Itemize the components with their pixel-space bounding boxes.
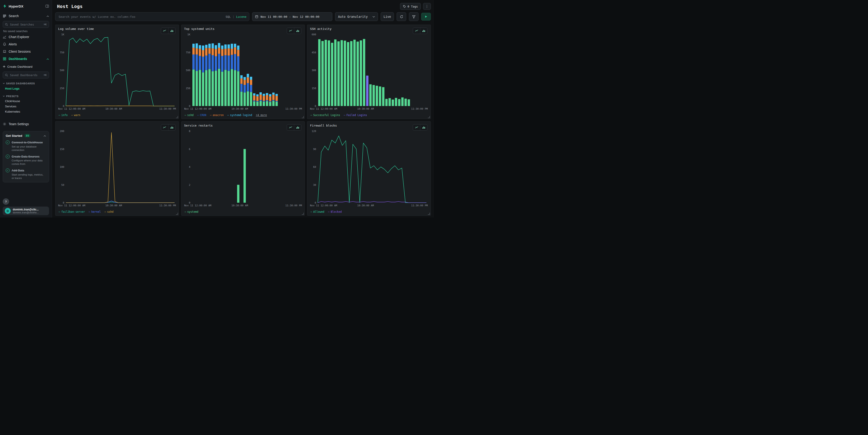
user-menu[interactable]: D dominic.tran@clic... dominic.tran@clic…: [3, 207, 49, 215]
svg-text:Nov 11 12:00:00 AM: Nov 11 12:00:00 AM: [58, 107, 86, 110]
svg-text:10:30:00 AM: 10:30:00 AM: [105, 107, 122, 110]
get-started-item-sources[interactable]: ✓ Create Data Sources Configure where yo…: [6, 154, 46, 166]
line-chart-toggle[interactable]: [413, 28, 420, 34]
sidebar-item-alerts[interactable]: Alerts: [3, 40, 49, 48]
svg-text:150: 150: [60, 148, 64, 151]
chart-type-toggle: [161, 124, 176, 131]
legend-item: —sshd: [185, 114, 194, 117]
get-started-item-add-data[interactable]: ✓ Add Data Start sending logs, metrics, …: [6, 168, 46, 180]
panel-title: [58, 124, 176, 128]
granularity-select[interactable]: Auto Granularity: [335, 12, 378, 21]
sidebar-preset-clickhouse[interactable]: ClickHouse: [3, 98, 49, 104]
bar-chart-toggle[interactable]: [294, 28, 301, 34]
resize-handle[interactable]: [302, 116, 304, 118]
event-search-input[interactable]: [58, 15, 226, 19]
sidebar-item-search[interactable]: Search: [3, 12, 49, 20]
chevron-down-icon: [3, 83, 5, 84]
gs-item-desc: Configure where your data comes from: [11, 159, 46, 166]
svg-text:Nov 11 12:00:00 AM: Nov 11 12:00:00 AM: [58, 204, 86, 207]
team-settings-label: Team Settings: [9, 122, 29, 126]
resize-handle[interactable]: [176, 116, 178, 118]
bar-chart-toggle[interactable]: [168, 124, 175, 130]
sidebar-item-chart-explorer[interactable]: Chart Explorer: [3, 33, 49, 40]
refresh-button[interactable]: [397, 12, 406, 21]
check-circle-icon: ✓: [6, 141, 9, 144]
live-button[interactable]: Live: [381, 12, 394, 21]
line-chart-toggle[interactable]: [287, 28, 294, 34]
sql-toggle[interactable]: SQL: [226, 15, 231, 19]
bar-chart-toggle[interactable]: [420, 28, 427, 34]
resize-handle[interactable]: [176, 213, 178, 215]
legend-item: —kernel: [89, 210, 101, 213]
chevron-up-icon: [46, 14, 49, 18]
legend-item: —anacron: [210, 114, 224, 117]
line-chart-toggle[interactable]: [161, 28, 168, 34]
sidebar-preset-services[interactable]: Services: [3, 104, 49, 109]
sidebar-item-client-sessions[interactable]: Client Sessions: [3, 48, 49, 55]
saved-dashboards-input[interactable]: [9, 73, 42, 77]
svg-text:8: 8: [189, 130, 190, 133]
chevron-down-icon: [3, 96, 5, 97]
chevron-up-icon: [43, 134, 46, 138]
sidebar-preset-kubernetes[interactable]: Kubernetes: [3, 109, 49, 114]
get-started-item-connect[interactable]: ✓ Connect to ClickHouse Set up your data…: [6, 140, 46, 152]
sidebar-dashboard-host-logs[interactable]: Host Logs: [3, 86, 49, 91]
svg-text:450: 450: [312, 51, 316, 54]
legend-item: —systemd: [185, 210, 198, 213]
chart-canvas[interactable]: 0150300450600Nov 11 12:00:00 AM10:30:00 …: [310, 33, 428, 111]
app-root: HyperDX Search ⌘K No saved searches Char…: [0, 0, 434, 218]
laptop-icon: [3, 50, 6, 53]
run-query-button[interactable]: [421, 13, 431, 21]
chart-canvas[interactable]: 02505007501KNov 11 12:00:00 AM10:30:00 A…: [58, 33, 177, 111]
sidebar-item-team-settings[interactable]: Team Settings: [3, 120, 49, 128]
hyperdx-logo-icon: [3, 4, 7, 8]
svg-text:2: 2: [189, 184, 190, 186]
presets-section-header[interactable]: PRESETS: [3, 94, 49, 98]
svg-text:200: 200: [60, 130, 64, 133]
legend-item: —Successful Logins: [310, 114, 340, 117]
chart-canvas[interactable]: 02505007501KNov 11 12:00:00 AM10:30:00 A…: [184, 33, 303, 111]
chart-canvas[interactable]: 0306090120Nov 11 12:00:00 AM10:30:00 AM1…: [310, 129, 428, 207]
logo-row: HyperDX: [3, 2, 49, 10]
resize-handle[interactable]: [428, 116, 430, 118]
tags-button[interactable]: 0 Tags: [400, 3, 421, 10]
line-chart-toggle[interactable]: [413, 124, 420, 130]
panel-title: Service restarts: [184, 124, 302, 128]
sidebar-item-dashboards[interactable]: Dashboards: [3, 55, 49, 62]
nav-item-label: Chart Explorer: [9, 35, 29, 39]
create-dashboard-label: Create Dashboard: [7, 65, 32, 68]
toolbar: SQL | Lucene Nov 11 00:00:00 - Nov 12 00…: [55, 12, 431, 21]
bar-chart-toggle[interactable]: [420, 124, 427, 130]
help-button[interactable]: ?: [3, 198, 9, 205]
svg-text:250: 250: [186, 87, 190, 90]
panel-top-systemd-units: Top systemd units 02505007501KNov 11 12:…: [181, 25, 305, 119]
resize-handle[interactable]: [302, 213, 304, 215]
lucene-toggle[interactable]: Lucene: [236, 15, 246, 19]
saved-dashboards-section-header[interactable]: SAVED DASHBOARDS: [3, 81, 49, 86]
legend-item: —info: [59, 114, 68, 117]
more-options-button[interactable]: ⋮: [423, 3, 431, 10]
chart-legend: —fail2ban-server—kernel—sshd: [59, 210, 114, 213]
date-range-label: Nov 11 00:00:00 - Nov 12 00:00:00: [260, 15, 319, 19]
resize-handle[interactable]: [428, 213, 430, 215]
line-chart-toggle[interactable]: [287, 124, 294, 130]
get-started-header[interactable]: Get Started 3/3: [6, 134, 46, 138]
gs-item-title: Add Data: [11, 169, 24, 172]
line-chart-toggle[interactable]: [161, 124, 168, 130]
svg-text:100: 100: [60, 165, 64, 168]
chart-canvas[interactable]: 050100150200Nov 11 12:00:00 AM10:30:00 A…: [58, 129, 177, 207]
sidebar-collapse-icon[interactable]: [45, 4, 49, 8]
create-dashboard-button[interactable]: Create Dashboard: [3, 63, 49, 70]
event-search-wrap: SQL | Lucene: [55, 12, 249, 21]
svg-text:11:30:00 PM: 11:30:00 PM: [159, 107, 176, 110]
filter-button[interactable]: [409, 12, 418, 21]
chart-canvas[interactable]: 02468Nov 11 12:00:00 AM10:30:00 AM11:30:…: [184, 129, 303, 207]
get-started-progress-badge: 3/3: [24, 134, 31, 137]
legend-more-link[interactable]: +4 more: [256, 114, 267, 117]
date-range-picker[interactable]: Nov 11 00:00:00 - Nov 12 00:00:00: [252, 12, 332, 21]
svg-text:4: 4: [189, 165, 190, 168]
bar-chart-toggle[interactable]: [168, 28, 175, 34]
bar-chart-toggle[interactable]: [294, 124, 301, 130]
saved-searches-input[interactable]: [9, 23, 42, 26]
dashboard-grid: Log volume over time 02505007501KNov 11 …: [55, 25, 431, 216]
